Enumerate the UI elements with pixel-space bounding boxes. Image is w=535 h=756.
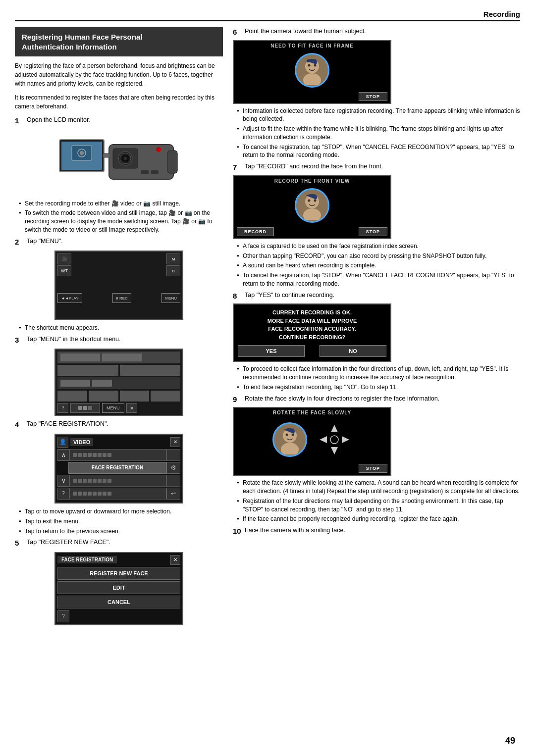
help-btn[interactable]: ? (57, 488, 69, 500)
video-nav-down: ∨ (57, 475, 180, 487)
step-10-number: 10 (233, 526, 243, 536)
video-close-btn[interactable]: ✕ (170, 437, 180, 447)
back-btn[interactable]: ↩ (166, 488, 180, 500)
step-4-bullet-2: Tap to exit the menu. (19, 517, 223, 526)
face-screen-2: RECORD THE FRONT VIEW REC (233, 175, 391, 239)
screen2-footer: RECORD STOP (237, 227, 387, 236)
screen2-record-btn[interactable]: RECORD (237, 227, 274, 236)
page-number: 49 (505, 736, 515, 746)
face-reg-screen-header: FACE REGISTRATION ✕ (57, 555, 180, 565)
svg-point-24 (308, 199, 311, 202)
menu-row-2: WT D (57, 265, 180, 276)
close-btn-shortcut[interactable]: ✕ (126, 403, 137, 413)
camera-illustration (54, 130, 183, 196)
screen1-stop-btn[interactable]: STOP (359, 92, 387, 101)
step-9-bullet-2: Registration of the four directions may … (237, 497, 520, 514)
menu-bottom-row: ◄◄PLAY II REC MENU (57, 293, 180, 303)
step-6-number: 6 (233, 27, 243, 37)
screen4-stop-btn[interactable]: STOP (359, 464, 387, 473)
spacer-1 (57, 462, 68, 474)
edit-btn[interactable]: EDIT (57, 581, 180, 594)
svg-marker-31 (331, 447, 338, 454)
right-column: 6 Point the camera toward the human subj… (233, 27, 520, 629)
face-reg-close-btn[interactable]: ✕ (170, 555, 180, 565)
step-10-row: 10 Face the camera with a smiling face. (233, 526, 520, 536)
bar-right-2 (166, 475, 180, 487)
face-reg-screen-title: FACE REGISTRATION (57, 556, 117, 563)
step-7-bullet-1: A face is captured to be used on the fac… (237, 242, 520, 251)
step-5-text: Tap "REGISTER NEW FACE". (27, 538, 110, 547)
svg-marker-32 (320, 436, 327, 443)
svg-marker-30 (331, 425, 338, 432)
step-8-bullet-2: To end face registration recording, tap … (237, 383, 520, 392)
step-2-bullet-1: The shortcut menu appears. (19, 324, 223, 332)
menu-rec-btn[interactable]: II REC (112, 293, 131, 303)
dots-1 (73, 453, 111, 457)
menu-menu-btn[interactable]: MENU (161, 293, 180, 303)
step-8-bullet-1: To proceed to collect face information i… (237, 365, 520, 382)
step-7-bullet-4: To cancel the registration, tap "STOP". … (237, 271, 520, 288)
gear-icon[interactable]: ⚙ (166, 462, 180, 474)
yes-btn[interactable]: YES (238, 345, 305, 357)
face-screen-1: NEED TO FIT FACE IN FRAME (233, 40, 391, 104)
video-nav-up: ∧ (57, 449, 180, 461)
menu-play-btn[interactable]: ◄◄PLAY (57, 293, 82, 303)
screen2-label: RECORD THE FRONT VIEW (237, 178, 387, 184)
step-9-text: Rotate the face slowly in four direction… (245, 395, 439, 403)
up-arrow[interactable]: ∧ (57, 449, 69, 461)
screen1-content (237, 50, 387, 90)
page-container: Recording Registering Human Face Persona… (0, 0, 535, 756)
register-new-face-btn[interactable]: REGISTER NEW FACE (57, 567, 180, 580)
svg-point-10 (124, 157, 127, 160)
menu-d-label: D (166, 265, 180, 276)
video-header-left: 👤 VIDEO (57, 437, 93, 448)
step-8-bullets: To proceed to collect face information i… (237, 365, 520, 391)
help-icon[interactable]: ? (57, 403, 68, 413)
intro-text-2: It is recommended to register the faces … (15, 93, 223, 111)
step-1-bullets: Set the recording mode to either 🎥 video… (19, 200, 223, 234)
step-7-bullet-3: A sound can be heard when recording is c… (237, 261, 520, 270)
face-reg-help-btn[interactable]: ? (57, 610, 69, 622)
down-arrow[interactable]: ∨ (57, 475, 69, 487)
shortcut-menu-screen: ? MENU ✕ (54, 349, 183, 416)
direction-arrows-svg (317, 422, 352, 457)
step-10-text: Face the camera with a smiling face. (245, 526, 345, 535)
face-reg-label[interactable]: FACE REGISTRATION (68, 462, 166, 474)
person-icon: 👤 (57, 437, 68, 448)
step-5-row: 5 Tap "REGISTER NEW FACE". (15, 538, 223, 548)
svg-marker-33 (342, 436, 349, 443)
menu-btn-2[interactable]: MENU (102, 403, 124, 413)
step-6-bullet-2: Adjust to fit the face within the frame … (237, 125, 520, 142)
intro-text-1: By registering the face of a person befo… (15, 61, 223, 88)
camera-svg (54, 130, 183, 194)
no-btn[interactable]: NO (320, 345, 386, 357)
shortcut-footer: ? MENU ✕ (57, 403, 180, 413)
cancel-btn[interactable]: CANCEL (57, 596, 180, 608)
video-bar-2 (69, 475, 166, 487)
menu-m-label: M (166, 253, 180, 264)
continue-screen: CURRENT RECORDING IS OK.MORE FACE DATA W… (233, 303, 391, 362)
step-7-bullet-2: Other than tapping "RECORD", you can als… (237, 252, 520, 260)
step-3-text: Tap "MENU" in the shortcut menu. (27, 335, 121, 344)
svg-point-29 (292, 434, 294, 436)
step-1-number: 1 (15, 116, 25, 126)
step-4-bullet-3: Tap to return to the previous screen. (19, 527, 223, 536)
face-circle-1 (295, 53, 329, 88)
svg-point-18 (303, 73, 321, 85)
svg-rect-15 (141, 170, 149, 174)
video-screen-header: 👤 VIDEO ✕ (57, 437, 180, 448)
svg-point-25 (314, 199, 317, 202)
face-svg-2 (297, 191, 327, 220)
video-settings-screen: 👤 VIDEO ✕ ∧ FACE REGISTRA (54, 434, 183, 504)
shortcut-row-1 (57, 352, 180, 363)
screen2-stop-btn[interactable]: STOP (359, 227, 387, 236)
step-4-bullets: Tap or to move upward or downward for mo… (19, 507, 223, 535)
shortcut-row-4 (57, 391, 180, 402)
menu-video-icon: 🎥 (57, 253, 71, 264)
svg-point-19 (308, 64, 311, 66)
screen1-label: NEED TO FIT FACE IN FRAME (237, 43, 387, 49)
step-8-row: 8 Tap "YES" to continue recording. (233, 291, 520, 301)
step-8-text: Tap "YES" to continue recording. (245, 291, 334, 300)
svg-point-27 (281, 443, 299, 454)
face-circle-2 (295, 188, 329, 223)
